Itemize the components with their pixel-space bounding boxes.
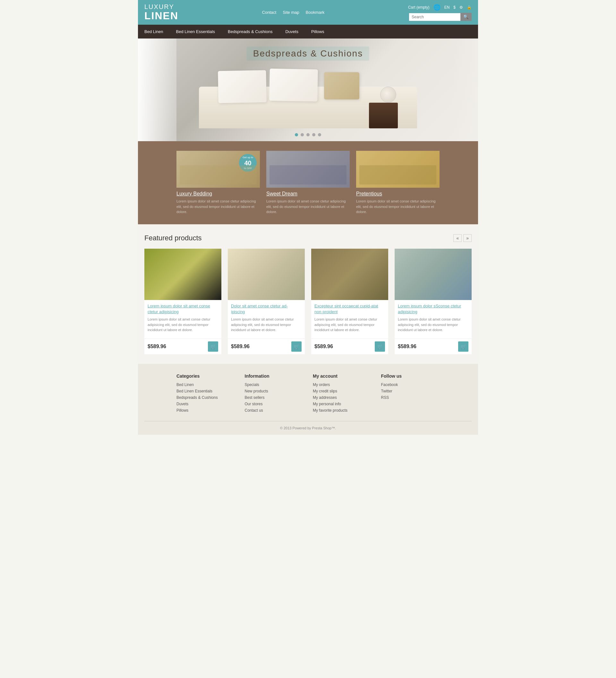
promo-title-1[interactable]: Luxury Bedding — [177, 191, 260, 197]
footer-myaccount-title: My account — [313, 374, 372, 379]
footer-categories: Categories Bed Linen Bed Linen Essential… — [177, 374, 235, 415]
footer-info-best-sellers[interactable]: Best sellers — [245, 395, 304, 400]
product-desc-2: Lorem ipsum dolor sit amet conse ctetur … — [231, 317, 302, 333]
product-desc-4: Lorem ipsum dolor sit amet conse ctetur … — [398, 317, 468, 333]
product-price-2: $589.96 — [231, 344, 249, 349]
nav-duvets[interactable]: Duvets — [279, 25, 305, 38]
footer-acc-favorite-products[interactable]: My favorite products — [313, 408, 372, 413]
footer-acc-credit-slips[interactable]: My credit slips — [313, 389, 372, 393]
product-footer-3: $589.96 🛒 — [311, 339, 388, 354]
product-name-3[interactable]: Excepteur sint occaecat cupid-atat non p… — [314, 303, 385, 315]
product-price-3: $589.96 — [314, 344, 333, 349]
slide-dot-5[interactable] — [318, 133, 321, 136]
slide-dot-1[interactable] — [295, 133, 298, 136]
add-to-cart-4[interactable]: 🛒 — [458, 341, 468, 352]
product-footer-4: $589.96 🛒 — [395, 339, 472, 354]
search-bar: 🔍 — [409, 13, 472, 21]
product-info-2: Dolor sit amet conse ctetur ad-ipiscing … — [228, 300, 305, 339]
product-info-4: Lorem ipsum dolor sSconse ctetur adipisi… — [395, 300, 472, 339]
top-header: LUXURY LINEN Contact Site map Bookmark C… — [138, 0, 478, 25]
promo-title-3[interactable]: Pretentious — [356, 191, 439, 197]
prev-arrow[interactable]: « — [453, 234, 462, 242]
nav-bed-linen-essentials[interactable]: Bed Linen Essentials — [170, 25, 221, 38]
product-desc-3: Lorem ipsum dolor sit amet conse ctetur … — [314, 317, 385, 333]
product-footer-1: $589.96 🛒 — [144, 339, 221, 354]
slide-dot-2[interactable] — [301, 133, 304, 136]
curtain-right — [452, 38, 478, 141]
footer-cat-bedspreads-cushions[interactable]: Bedspreads & Cushions — [177, 395, 235, 400]
footer-info-new-products[interactable]: New products — [245, 389, 304, 393]
product-name-2[interactable]: Dolor sit amet conse ctetur ad-ipiscing — [231, 303, 302, 315]
cart-info[interactable]: Cart (empty) — [408, 5, 430, 10]
product-price-4: $589.96 — [398, 344, 417, 349]
promo-desc-2: Lorem ipsum dolor sit amet conse ctetur … — [266, 199, 350, 215]
product-image-4 — [395, 249, 472, 300]
footer-cat-bed-linen-essentials[interactable]: Bed Linen Essentials — [177, 389, 235, 393]
lang-label[interactable]: EN — [445, 5, 450, 10]
footer-information-title: Information — [245, 374, 304, 379]
footer-facebook[interactable]: Facebook — [381, 382, 440, 387]
footer-cat-pillows[interactable]: Pillows — [177, 408, 235, 413]
promo-title-2[interactable]: Sweet Dream — [266, 191, 350, 197]
footer-acc-addresses[interactable]: My addresses — [313, 395, 372, 400]
add-to-cart-1[interactable]: 🛒 — [208, 341, 218, 352]
promo-item-3: Pretentious Lorem ipsum dolor sit amet c… — [356, 151, 439, 215]
hero-pagination — [295, 133, 321, 136]
logo[interactable]: LUXURY LINEN — [144, 3, 179, 22]
footer-grid: Categories Bed Linen Bed Linen Essential… — [177, 374, 439, 415]
product-card-3: Excepteur sint occaecat cupid-atat non p… — [311, 249, 388, 354]
footer-twitter[interactable]: Twitter — [381, 389, 440, 393]
product-image-1 — [144, 249, 221, 300]
footer-rss[interactable]: RSS — [381, 395, 440, 400]
product-image-2 — [228, 249, 305, 300]
account-icon[interactable]: 🔒 — [467, 5, 472, 10]
promo-grid: Get up to 40 % OFF Luxury Bedding Lorem … — [177, 151, 439, 215]
search-button[interactable]: 🔍 — [460, 13, 472, 21]
nav-sitemap[interactable]: Site map — [283, 10, 299, 15]
search-input[interactable] — [409, 13, 460, 21]
nav-bookmark[interactable]: Bookmark — [306, 10, 325, 15]
footer-bottom: © 2013 Powered by Presta Shop™. — [144, 421, 472, 430]
product-name-4[interactable]: Lorem ipsum dolor sSconse ctetur adipisi… — [398, 303, 468, 315]
footer-followus-title: Follow us — [381, 374, 440, 379]
product-card-4: Lorem ipsum dolor sSconse ctetur adipisi… — [395, 249, 472, 354]
nav-pillows[interactable]: Pillows — [305, 25, 331, 38]
footer-info-our-stores[interactable]: Our stores — [245, 402, 304, 406]
main-nav: Bed Linen Bed Linen Essentials Bedspread… — [138, 25, 478, 38]
promo-image-3 — [356, 151, 439, 188]
add-to-cart-2[interactable]: 🛒 — [291, 341, 302, 352]
curtain-left — [138, 38, 177, 141]
promo-desc-1: Lorem ipsum dolor sit amet conse ctetur … — [177, 199, 260, 215]
footer-followus: Follow us Facebook Twitter RSS — [381, 374, 440, 415]
footer-acc-personal-info[interactable]: My personal info — [313, 402, 372, 406]
badge-get-up-to: Get up to — [242, 156, 253, 159]
product-desc-1: Lorem ipsum dolor sit amet conse ctetur … — [148, 317, 218, 333]
promo-image-1: Get up to 40 % OFF — [177, 151, 260, 188]
product-name-1[interactable]: Lorem ipsum dolor sit amet conse ctetur … — [148, 303, 218, 315]
nav-bed-linen[interactable]: Bed Linen — [138, 25, 170, 38]
product-price-1: $589.96 — [148, 344, 166, 349]
promo-image-2 — [266, 151, 350, 188]
slide-dot-4[interactable] — [312, 133, 315, 136]
product-footer-2: $589.96 🛒 — [228, 339, 305, 354]
nav-bedspreads-cushions[interactable]: Bedspreads & Cushions — [221, 25, 279, 38]
featured-header: Featured products « » — [144, 234, 472, 242]
add-to-cart-3[interactable]: 🛒 — [375, 341, 385, 352]
featured-title: Featured products — [144, 234, 202, 242]
slide-dot-3[interactable] — [306, 133, 310, 136]
logo-luxury: LUXURY — [144, 3, 179, 10]
nav-contact[interactable]: Contact — [262, 10, 276, 15]
product-card-1: Lorem ipsum dolor sit amet conse ctetur … — [144, 249, 221, 354]
footer-cat-duvets[interactable]: Duvets — [177, 402, 235, 406]
promo-item-2: Sweet Dream Lorem ipsum dolor sit amet c… — [266, 151, 350, 215]
footer-info-specials[interactable]: Specials — [245, 382, 304, 387]
footer-acc-orders[interactable]: My orders — [313, 382, 372, 387]
next-arrow[interactable]: » — [463, 234, 472, 242]
product-image-3 — [311, 249, 388, 300]
footer-info-contact-us[interactable]: Contact us — [245, 408, 304, 413]
settings-icon[interactable]: ⚙ — [459, 5, 463, 10]
hero-title: Bedspreads & Cushions — [253, 48, 363, 59]
footer-cat-bed-linen[interactable]: Bed Linen — [177, 382, 235, 387]
top-nav: Contact Site map Bookmark — [262, 10, 325, 15]
top-right-group: Cart (empty) 🌐 EN $ ⚙ 🔒 🔍 — [408, 4, 472, 21]
